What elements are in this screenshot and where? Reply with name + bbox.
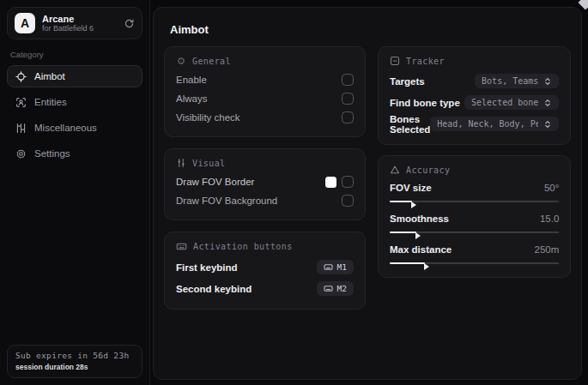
gear-icon (15, 148, 27, 159)
draw-fov-background-checkbox[interactable] (342, 195, 354, 207)
fov-border-color-swatch[interactable] (325, 177, 336, 188)
app-name: Arcane (42, 14, 117, 25)
app-logo: A (15, 13, 35, 33)
sidebar-item-label: Settings (34, 148, 70, 159)
chevron-up-down-icon (543, 120, 552, 129)
sidebar-item-label: Aimbot (34, 71, 65, 81)
section-title: Activation buttons (193, 242, 293, 251)
keybind-value: M2 (337, 284, 347, 293)
sidebar-item-miscellaneous[interactable]: Miscellaneous (7, 117, 142, 139)
sub-expiry-text: Sub expires in 56d 23h (15, 351, 134, 360)
crosshair-icon (15, 71, 27, 82)
slider-value: 15.0 (540, 214, 559, 224)
category-label: Category (10, 50, 142, 59)
activation-card: Activation buttons First keybind M1 (164, 232, 366, 310)
keyboard-icon (176, 241, 187, 252)
always-checkbox[interactable] (342, 93, 354, 105)
section-title: Tracker (406, 57, 445, 66)
setting-label: Find bone type (390, 98, 460, 108)
setting-label: Draw FOV Border (176, 177, 254, 187)
enable-checkbox[interactable] (342, 74, 354, 86)
setting-label: Targets (390, 76, 425, 87)
setting-label: Second keybind (176, 284, 252, 294)
triangle-icon (390, 165, 400, 175)
setting-label: Visibility check (176, 112, 240, 123)
slider-thumb[interactable] (424, 263, 429, 270)
session-duration-text: session duration 28s (15, 363, 134, 371)
main-area: Aimbot General Enable (150, 0, 588, 385)
setting-label: Draw FOV Background (176, 196, 277, 206)
bones-selected-dropdown[interactable]: Head, Neck, Body, Pe.. (430, 117, 559, 131)
max-distance-slider[interactable] (390, 259, 559, 268)
targets-dropdown[interactable]: Bots, Teams (475, 74, 559, 88)
first-keybind-button[interactable]: M1 (317, 260, 354, 274)
section-title: Visual (192, 159, 226, 168)
setting-label: FOV size (390, 183, 432, 193)
setting-label: Smoothness (390, 214, 449, 224)
sidebar-item-settings[interactable]: Settings (7, 142, 142, 165)
slider-value: 250m (535, 244, 560, 255)
sliders-icon (176, 158, 186, 168)
slider-thumb[interactable] (411, 202, 416, 208)
general-card: General Enable Always Visibility check (164, 46, 366, 137)
smoothness-group: Smoothness 15.0 (390, 212, 559, 237)
columns-icon (15, 123, 27, 134)
page-title: Aimbot (170, 23, 571, 36)
aimbot-panel: Aimbot General Enable (153, 7, 582, 380)
section-title: General (192, 57, 231, 66)
keyboard-icon (324, 262, 333, 272)
accuracy-card: Accuracy FOV size 50° (378, 155, 571, 278)
smoothness-slider[interactable] (390, 228, 559, 237)
setting-row: Enable (176, 70, 354, 89)
fov-size-group: FOV size 50° (390, 181, 559, 206)
setting-row: Visibility check (176, 108, 354, 127)
keybind-value: M1 (337, 262, 347, 272)
sidebar-item-label: Miscellaneous (34, 123, 97, 133)
visibility-check-checkbox[interactable] (342, 111, 354, 123)
setting-row: Find bone type Selected bone (390, 92, 559, 113)
chevron-up-down-icon (543, 99, 552, 107)
setting-row: Second keybind M2 (176, 278, 354, 299)
find-bone-type-dropdown[interactable]: Selected bone (464, 95, 559, 110)
subscription-info: Sub expires in 56d 23h session duration … (7, 345, 142, 378)
keyboard-icon (324, 284, 333, 293)
dropdown-value: Selected bone (471, 98, 538, 107)
section-title: Accuracy (406, 165, 450, 175)
brand-card: A Arcane for Battlefield 6 (7, 7, 142, 39)
visual-card: Visual Draw FOV Border Draw FOV Backgrou… (164, 148, 366, 220)
dropdown-value: Bots, Teams (482, 76, 538, 86)
sidebar: A Arcane for Battlefield 6 Category Aimb… (0, 0, 150, 385)
setting-row: First keybind M1 (176, 256, 354, 278)
setting-row: Draw FOV Background (176, 191, 354, 210)
entities-icon (15, 97, 27, 108)
setting-row: Always (176, 89, 354, 108)
dropdown-value: Head, Neck, Body, Pe.. (437, 119, 538, 129)
setting-label: Max distance (390, 244, 452, 255)
sidebar-item-entities[interactable]: Entities (7, 91, 142, 113)
setting-row: Draw FOV Border (176, 172, 354, 191)
second-keybind-button[interactable]: M2 (317, 281, 354, 296)
setting-label: Bones Selected (390, 114, 430, 135)
tracker-card: Tracker Targets Bots, Teams (378, 46, 571, 145)
sidebar-item-label: Entities (34, 97, 67, 107)
setting-row: Bones Selected Head, Neck, Body, Pe.. (390, 113, 559, 135)
draw-fov-border-checkbox[interactable] (342, 176, 354, 188)
sidebar-item-aimbot[interactable]: Aimbot (7, 65, 142, 87)
slider-thumb[interactable] (415, 232, 421, 239)
sidebar-nav: Aimbot Entities Miscellaneous (7, 65, 142, 165)
setting-label: Enable (176, 75, 207, 85)
chevron-up-down-icon (543, 77, 552, 86)
app-subtitle: for Battlefield 6 (42, 24, 117, 33)
minus-square-icon (390, 56, 400, 66)
setting-label: Always (176, 93, 207, 104)
max-distance-group: Max distance 250m (390, 243, 559, 268)
setting-row: Targets Bots, Teams (390, 70, 559, 92)
slider-value: 50° (544, 183, 559, 193)
refresh-icon[interactable] (124, 18, 135, 29)
crosshair-icon (176, 56, 186, 66)
fov-size-slider[interactable] (390, 197, 559, 206)
setting-label: First keybind (176, 262, 238, 273)
